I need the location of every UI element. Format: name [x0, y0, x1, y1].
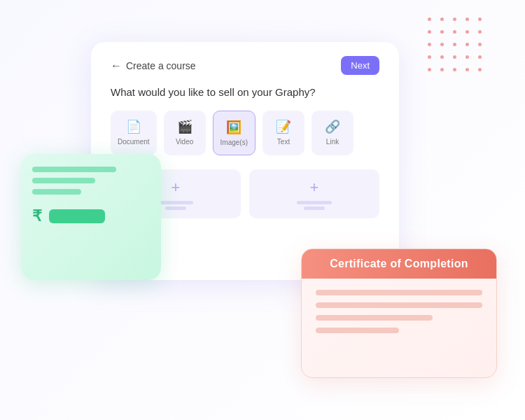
pricing-card: ₹ [21, 154, 161, 280]
images-label: Image(s) [220, 139, 248, 146]
cert-line-2 [316, 302, 482, 308]
images-icon: 🖼️ [226, 120, 241, 135]
add-lines-1 [158, 201, 193, 210]
pricing-line-3 [32, 189, 81, 195]
content-type-document[interactable]: 📄 Document [111, 111, 157, 155]
scene: ← Create a course Next What would you li… [0, 0, 525, 420]
video-label: Video [176, 138, 193, 146]
document-icon: 📄 [126, 119, 141, 134]
pricing-line-2 [32, 178, 95, 183]
content-type-link[interactable]: 🔗 Link [312, 111, 354, 155]
text-label: Text [277, 138, 290, 146]
create-course-label: Create a course [126, 60, 196, 71]
add-line-short-2 [304, 206, 325, 210]
document-label: Document [118, 138, 150, 146]
content-type-text[interactable]: 📝 Text [262, 111, 304, 155]
add-line-short [165, 206, 186, 210]
cert-line-4 [316, 328, 399, 333]
cert-line-3 [316, 315, 433, 321]
content-type-images[interactable]: 🖼️ Image(s) [213, 111, 255, 155]
back-navigation[interactable]: ← Create a course [111, 59, 196, 72]
pricing-footer: ₹ [32, 207, 150, 225]
card-header: ← Create a course Next [111, 56, 379, 75]
back-arrow-icon: ← [111, 59, 122, 72]
link-label: Link [326, 138, 339, 146]
certificate-card: Certificate of Completion [301, 248, 497, 378]
add-line-long [158, 201, 193, 204]
text-icon: 📝 [276, 119, 291, 134]
pricing-line-1 [32, 167, 116, 172]
question-text: What would you like to sell on your Grap… [111, 86, 379, 98]
price-pill [49, 209, 105, 223]
add-line-long-2 [297, 201, 332, 204]
dots-decoration [428, 18, 486, 76]
rupee-icon: ₹ [32, 207, 42, 225]
certificate-body [302, 279, 496, 344]
content-type-video[interactable]: 🎬 Video [164, 111, 206, 155]
pricing-lines [32, 167, 150, 195]
add-plus-1-icon: + [172, 178, 181, 197]
add-plus-2-icon: + [310, 178, 319, 197]
video-icon: 🎬 [177, 119, 192, 134]
add-lines-2 [297, 201, 332, 210]
add-section-2[interactable]: + [249, 169, 379, 218]
cert-line-1 [316, 290, 482, 295]
content-types-row: 📄 Document 🎬 Video 🖼️ Image(s) 📝 Text 🔗 … [111, 111, 379, 155]
link-icon: 🔗 [325, 119, 340, 134]
next-button[interactable]: Next [341, 56, 379, 75]
certificate-title: Certificate of Completion [302, 249, 496, 279]
